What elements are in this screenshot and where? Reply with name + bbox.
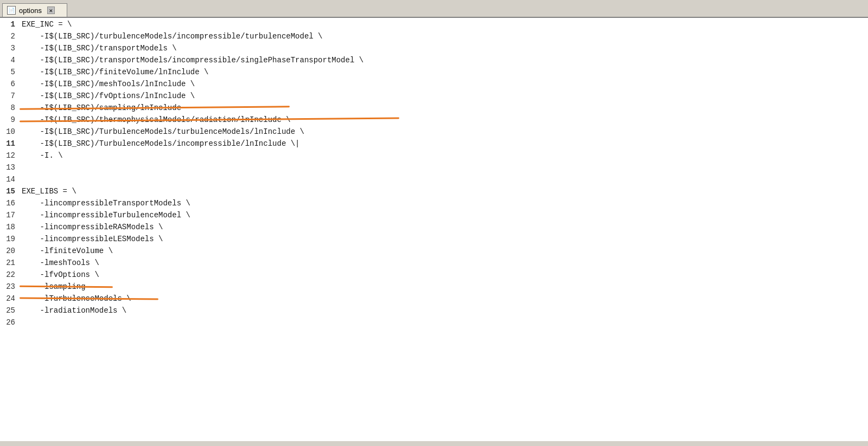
line-content: -lTurbulenceModels \ <box>20 294 131 303</box>
options-tab[interactable]: 📄 options ✕ <box>2 3 67 17</box>
line-number: 4 <box>0 56 20 64</box>
code-line-15: 15EXE_LIBS = \ <box>0 187 868 199</box>
line-content: -I$(LIB_SRC)/sampling/lnInclude <box>20 104 181 112</box>
line-number: 15 <box>0 187 20 196</box>
code-line-18: 18 -lincompressibleRASModels \ <box>0 223 868 235</box>
line-content: -lincompressibleRASModels \ <box>20 223 163 231</box>
line-number: 20 <box>0 247 20 255</box>
line-number: 6 <box>0 80 20 88</box>
code-line-5: 5 -I$(LIB_SRC)/finiteVolume/lnInclude \ <box>0 68 868 80</box>
code-line-11: 11 -I$(LIB_SRC)/TurbulenceModels/incompr… <box>0 139 868 151</box>
line-number: 9 <box>0 115 20 124</box>
line-number: 12 <box>0 151 20 160</box>
line-number: 7 <box>0 92 20 100</box>
line-content: -I$(LIB_SRC)/transportModels \ <box>20 44 177 53</box>
line-number: 24 <box>0 294 20 303</box>
line-number: 17 <box>0 211 20 219</box>
line-number: 23 <box>0 282 20 291</box>
line-content: -I$(LIB_SRC)/transportModels/incompressi… <box>20 56 363 64</box>
line-content: -lsampling <box>20 282 86 291</box>
line-number: 21 <box>0 258 20 267</box>
tab-close-button[interactable]: ✕ <box>47 7 55 14</box>
code-line-8: 8 -I$(LIB_SRC)/sampling/lnInclude <box>0 104 868 115</box>
code-line-1: 1EXE_INC = \ <box>0 20 868 32</box>
code-line-13: 13 <box>0 163 868 175</box>
line-content: -lincompressibleLESModels \ <box>20 235 163 243</box>
line-number: 1 <box>0 20 20 29</box>
line-content: -I$(LIB_SRC)/TurbulenceModels/turbulence… <box>20 127 304 136</box>
code-line-6: 6 -I$(LIB_SRC)/meshTools/lnInclude \ <box>0 80 868 92</box>
line-content: -I$(LIB_SRC)/meshTools/lnInclude \ <box>20 80 195 88</box>
code-line-3: 3 -I$(LIB_SRC)/transportModels \ <box>0 44 868 56</box>
line-content: -lfvOptions \ <box>20 270 99 279</box>
line-content: EXE_LIBS = \ <box>20 187 76 196</box>
code-line-12: 12 -I. \ <box>0 151 868 163</box>
line-number: 16 <box>0 199 20 208</box>
line-content: -lincompressibleTransportModels \ <box>20 199 190 208</box>
line-content: -I$(LIB_SRC)/turbulenceModels/incompress… <box>20 32 323 41</box>
tab-label: options <box>19 7 42 15</box>
line-number: 8 <box>0 104 20 112</box>
line-number: 26 <box>0 318 20 327</box>
code-line-24: 24 -lTurbulenceModels \ <box>0 294 868 306</box>
line-number: 22 <box>0 270 20 279</box>
line-number: 14 <box>0 175 20 184</box>
line-content: -I$(LIB_SRC)/thermophysicalModels/radiat… <box>20 115 291 124</box>
line-number: 25 <box>0 306 20 315</box>
code-line-9: 9 -I$(LIB_SRC)/thermophysicalModels/radi… <box>0 115 868 127</box>
code-line-17: 17 -lincompressibleTurbulenceModel \ <box>0 211 868 223</box>
code-line-26: 26 <box>0 318 868 330</box>
code-line-14: 14 <box>0 175 868 187</box>
line-content: -lincompressibleTurbulenceModel \ <box>20 211 190 219</box>
line-number: 11 <box>0 139 20 148</box>
line-content: -lmeshTools \ <box>20 258 99 267</box>
code-line-19: 19 -lincompressibleLESModels \ <box>0 235 868 247</box>
line-number: 19 <box>0 235 20 243</box>
line-number: 3 <box>0 44 20 53</box>
code-line-7: 7 -I$(LIB_SRC)/fvOptions/lnInclude \ <box>0 92 868 104</box>
line-content: -I$(LIB_SRC)/TurbulenceModels/incompress… <box>20 139 299 148</box>
code-line-21: 21 -lmeshTools \ <box>0 258 868 270</box>
line-content: -I$(LIB_SRC)/finiteVolume/lnInclude \ <box>20 68 208 76</box>
line-number: 18 <box>0 223 20 231</box>
line-content: -lfiniteVolume \ <box>20 247 113 255</box>
code-line-2: 2 -I$(LIB_SRC)/turbulenceModels/incompre… <box>0 32 868 44</box>
file-icon: 📄 <box>7 6 16 15</box>
line-content: -lradiationModels \ <box>20 306 126 315</box>
code-line-20: 20 -lfiniteVolume \ <box>0 247 868 258</box>
line-number: 5 <box>0 68 20 76</box>
line-content: -I. \ <box>20 151 63 160</box>
line-number: 2 <box>0 32 20 41</box>
line-content: EXE_INC = \ <box>20 20 72 29</box>
code-line-23: 23 -lsampling <box>0 282 868 294</box>
line-number: 13 <box>0 163 20 172</box>
code-line-25: 25 -lradiationModels \ <box>0 306 868 318</box>
code-line-16: 16 -lincompressibleTransportModels \ <box>0 199 868 211</box>
code-line-10: 10 -I$(LIB_SRC)/TurbulenceModels/turbule… <box>0 127 868 139</box>
code-line-22: 22 -lfvOptions \ <box>0 270 868 282</box>
line-number: 10 <box>0 127 20 136</box>
line-content: -I$(LIB_SRC)/fvOptions/lnInclude \ <box>20 92 195 100</box>
code-line-4: 4 -I$(LIB_SRC)/transportModels/incompres… <box>0 56 868 68</box>
editor-area: 1EXE_INC = \2 -I$(LIB_SRC)/turbulenceMod… <box>0 18 868 441</box>
tab-bar: 📄 options ✕ <box>0 0 868 18</box>
